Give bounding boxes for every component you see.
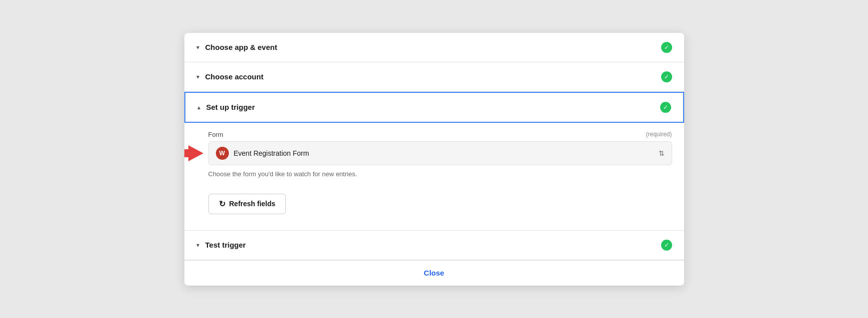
section-title-test-trigger: Test trigger: [205, 241, 246, 249]
form-hint: Choose the form you'd like to watch for …: [208, 170, 672, 178]
form-select[interactable]: W Event Registration Form ⇅: [208, 141, 672, 165]
section-title-choose-account: Choose account: [205, 72, 264, 81]
modal-container: ▾ Choose app & event ✓ ▾ Choose account …: [184, 33, 684, 286]
chevron-down-icon-account: ▾: [196, 73, 199, 80]
section-title-choose-app-event: Choose app & event: [205, 43, 277, 51]
form-label: Form: [208, 131, 223, 138]
form-select-value: Event Registration Form: [234, 149, 659, 157]
check-icon-set-up-trigger: ✓: [660, 102, 671, 113]
section-header-left: ▾ Choose app & event: [196, 43, 277, 51]
section-choose-account: ▾ Choose account ✓: [184, 62, 684, 92]
select-arrows-icon: ⇅: [659, 149, 665, 157]
close-button[interactable]: Close: [424, 269, 444, 277]
section-choose-app-event: ▾ Choose app & event ✓: [184, 33, 684, 62]
w-badge: W: [216, 147, 229, 160]
check-icon-choose-app-event: ✓: [661, 42, 672, 53]
section-header-left-test: ▾ Test trigger: [196, 241, 246, 249]
form-field: Form (required) W Event Registration For…: [208, 131, 672, 178]
close-footer: Close: [184, 260, 684, 286]
form-required: (required): [646, 131, 672, 138]
section-test-trigger: ▾ Test trigger ✓: [184, 231, 684, 260]
chevron-up-icon: ▴: [197, 104, 200, 111]
refresh-fields-button[interactable]: ↻ Refresh fields: [208, 194, 286, 214]
arrow-container: W Event Registration Form ⇅: [208, 141, 672, 165]
section-header-choose-account[interactable]: ▾ Choose account ✓: [184, 62, 684, 91]
svg-marker-0: [184, 145, 203, 161]
section-header-test-trigger[interactable]: ▾ Test trigger ✓: [184, 231, 684, 260]
section-header-set-up-trigger[interactable]: ▴ Set up trigger ✓: [184, 92, 684, 123]
chevron-down-icon-test: ▾: [196, 242, 199, 249]
section-set-up-trigger: ▴ Set up trigger ✓ Form (required): [184, 92, 684, 231]
check-icon-choose-account: ✓: [661, 71, 672, 82]
form-label-row: Form (required): [208, 131, 672, 138]
refresh-icon: ↻: [219, 199, 225, 209]
check-icon-test-trigger: ✓: [661, 240, 672, 251]
refresh-button-label: Refresh fields: [229, 200, 276, 208]
chevron-down-icon: ▾: [196, 44, 199, 51]
section-header-choose-app-event[interactable]: ▾ Choose app & event ✓: [184, 33, 684, 62]
section-header-left-account: ▾ Choose account: [196, 72, 264, 81]
section-header-left-trigger: ▴ Set up trigger: [197, 103, 255, 111]
trigger-content: Form (required) W Event Registration For…: [184, 123, 684, 230]
red-arrow-icon: [184, 143, 203, 163]
w-badge-letter: W: [219, 150, 225, 157]
section-title-set-up-trigger: Set up trigger: [206, 103, 255, 111]
